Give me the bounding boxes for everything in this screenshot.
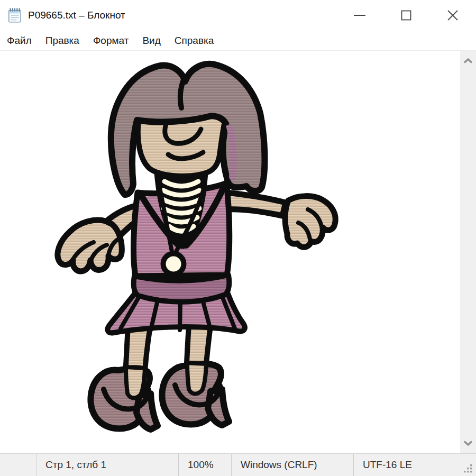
menu-edit[interactable]: Правка [39, 31, 86, 50]
close-button[interactable] [429, 0, 476, 31]
statusbar: Стр 1, стлб 1 100% Windows (CRLF) UTF-16… [0, 453, 476, 476]
pendant [163, 254, 184, 274]
window-title: P09665.txt – Блокнот [28, 10, 125, 21]
chevron-down-icon [462, 440, 474, 446]
left-arm [58, 205, 140, 271]
status-line-ending: Windows (CRLF) [231, 454, 353, 476]
status-encoding: UTF-16 LE [353, 454, 476, 476]
scroll-up-button[interactable] [460, 54, 476, 68]
chevron-up-icon [462, 58, 474, 64]
notepad-icon [7, 7, 23, 24]
resize-grip-icon[interactable] [463, 464, 473, 473]
status-cursor-position: Стр 1, стлб 1 [36, 454, 178, 476]
titlebar[interactable]: P09665.txt – Блокнот [0, 0, 476, 31]
menu-file[interactable]: Файл [0, 31, 39, 50]
menu-help[interactable]: Справка [168, 31, 221, 50]
status-spacer [0, 454, 36, 476]
menu-view[interactable]: Вид [135, 31, 167, 50]
menu-format[interactable]: Формат [86, 31, 136, 50]
text-editor-canvas[interactable] [0, 51, 460, 453]
maximize-button[interactable] [383, 0, 429, 31]
window-controls [336, 0, 476, 31]
left-shoe [90, 367, 158, 429]
right-shoe [162, 363, 229, 425]
scroll-down-button[interactable] [460, 436, 476, 450]
right-arm [226, 193, 335, 247]
minimize-icon [353, 9, 366, 22]
vertical-scrollbar[interactable] [460, 51, 476, 453]
close-icon [446, 9, 459, 22]
status-zoom-level: 100% [178, 454, 231, 476]
skirt [107, 275, 245, 333]
menubar: Файл Правка Формат Вид Справка [0, 31, 476, 51]
cartoon-girl-artwork [0, 51, 460, 453]
minimize-button[interactable] [336, 0, 383, 31]
maximize-icon [400, 9, 413, 22]
notepad-window: P09665.txt – Блокнот Файл Правка [0, 0, 476, 476]
